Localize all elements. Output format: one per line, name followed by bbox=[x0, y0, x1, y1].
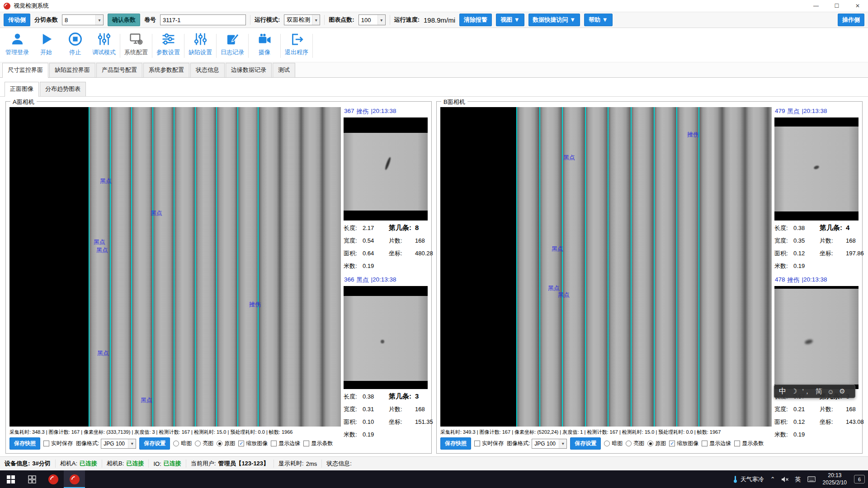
defect-mark bbox=[814, 165, 820, 170]
subtab-front-image[interactable]: 正面图像 bbox=[5, 82, 39, 97]
volume-muted-icon[interactable] bbox=[778, 470, 792, 488]
bright-image-radio[interactable]: 亮图 bbox=[195, 440, 213, 447]
image-format-select[interactable]: JPG 100 ▾ bbox=[101, 439, 136, 449]
start-button[interactable] bbox=[0, 470, 21, 488]
tab-size-monitor[interactable]: 尺寸监控界面 bbox=[2, 63, 48, 78]
param-settings-button[interactable]: 参数设置 bbox=[154, 30, 183, 62]
icon-label: 停止 bbox=[69, 48, 81, 56]
stat-label: 米数: bbox=[344, 431, 363, 439]
stat-value: 8 bbox=[415, 224, 433, 231]
roll-number-input[interactable] bbox=[160, 14, 246, 25]
close-button[interactable]: ✕ bbox=[847, 0, 868, 12]
tab-defect-monitor[interactable]: 缺陷监控界面 bbox=[49, 63, 95, 77]
chevron-down-icon: ▾ bbox=[312, 15, 320, 25]
operate-side-button[interactable]: 操作侧 bbox=[838, 14, 864, 26]
stat-value: 168 bbox=[846, 406, 864, 413]
ime-settings-gear-icon[interactable]: ⚙ bbox=[839, 387, 845, 395]
start-button[interactable]: 开始 bbox=[32, 30, 61, 62]
taskbar-app-button-active[interactable] bbox=[64, 470, 85, 488]
notification-center-button[interactable]: 6 bbox=[851, 470, 868, 488]
task-view-button[interactable] bbox=[21, 470, 42, 488]
run-mode-select[interactable]: 双面检测 ▾ bbox=[284, 14, 320, 25]
camera-b-defect-list: 479 黑点 |20:13:38 长度:0.38 第几条:4 宽度:0.35 片… bbox=[774, 107, 859, 450]
debug-mode-button[interactable]: 调试模式 bbox=[90, 30, 118, 62]
chart-points-select[interactable]: 100 ▾ bbox=[359, 14, 386, 25]
speaker-mute-icon bbox=[782, 476, 789, 483]
image-format-select[interactable]: JPG 100 ▾ bbox=[532, 439, 567, 449]
show-count-label: 显示条数 bbox=[311, 440, 333, 447]
show-edge-checkbox[interactable]: 显示边缘 bbox=[702, 440, 731, 447]
tab-system-param-config[interactable]: 系统参数配置 bbox=[143, 63, 189, 77]
data-shortcut-menu-button[interactable]: 数据快捷访问 ▼ bbox=[528, 14, 580, 26]
divider bbox=[312, 34, 313, 58]
maximize-button[interactable]: ☐ bbox=[826, 0, 847, 12]
save-snapshot-button[interactable]: 保存快照 bbox=[440, 437, 471, 450]
drive-side-button[interactable]: 传动侧 bbox=[4, 14, 30, 26]
touch-keyboard-button[interactable] bbox=[804, 470, 819, 488]
minimize-button[interactable]: — bbox=[806, 0, 826, 12]
realtime-save-checkbox[interactable]: 实时保存 bbox=[474, 440, 504, 447]
device-info-value: 3#分切 bbox=[32, 460, 50, 468]
log-record-button[interactable]: 日志记录 bbox=[218, 30, 247, 62]
tab-product-model-config[interactable]: 产品型号配置 bbox=[96, 63, 142, 77]
defect-card: 479 黑点 |20:13:38 长度:0.38 第几条:4 宽度:0.35 片… bbox=[774, 107, 859, 270]
defect-id: 479 bbox=[775, 108, 785, 116]
ime-punctuation-toggle[interactable]: ’， bbox=[802, 387, 810, 396]
ime-emoji-button[interactable]: ☺ bbox=[827, 388, 834, 395]
bright-image-radio[interactable]: 亮图 bbox=[626, 440, 644, 447]
defect-time: |20:13:38 bbox=[802, 276, 827, 284]
taskbar-app-button[interactable] bbox=[42, 470, 64, 488]
system-config-button[interactable]: 系统配置 bbox=[122, 30, 151, 62]
slit-count-value: 8 bbox=[62, 17, 95, 23]
save-snapshot-button[interactable]: 保存快照 bbox=[9, 437, 40, 450]
confirm-count-button[interactable]: 确认条数 bbox=[108, 14, 140, 26]
subtab-distribution-chart[interactable]: 分布趋势图表 bbox=[40, 82, 86, 96]
defect-settings-button[interactable]: 缺陷设置 bbox=[186, 30, 215, 62]
slit-count-select[interactable]: 8 ▾ bbox=[62, 14, 104, 25]
dark-image-radio[interactable]: 暗图 bbox=[604, 440, 623, 447]
tab-edge-data-record[interactable]: 边缘数据记录 bbox=[226, 63, 272, 77]
keyboard-icon bbox=[807, 476, 816, 482]
stop-button[interactable]: 停止 bbox=[61, 30, 90, 62]
realtime-save-checkbox[interactable]: 实时保存 bbox=[43, 440, 73, 447]
dark-image-radio[interactable]: 暗图 bbox=[173, 440, 192, 447]
defect-annotation: 挫伤 bbox=[687, 131, 699, 139]
exit-program-button[interactable]: 退出程序 bbox=[282, 30, 311, 62]
show-edge-checkbox[interactable]: 显示边缘 bbox=[271, 440, 300, 447]
save-settings-button[interactable]: 保存设置 bbox=[570, 437, 601, 450]
tab-status-info[interactable]: 状态信息 bbox=[190, 63, 225, 77]
checkbox-icon bbox=[734, 441, 740, 446]
hidden-icons-chevron[interactable]: ⌃ bbox=[767, 470, 778, 488]
defect-annotation: 黑点 bbox=[552, 245, 563, 253]
icon-label: 系统配置 bbox=[124, 48, 148, 56]
ime-simplified-toggle[interactable]: 简 bbox=[816, 387, 822, 396]
show-count-checkbox[interactable]: 显示条数 bbox=[303, 440, 333, 447]
ime-lang-toggle[interactable]: 中 bbox=[779, 387, 786, 396]
stat-value: 0.54 bbox=[363, 237, 389, 244]
stat-label: 第几条: bbox=[820, 224, 846, 232]
status-bar: 设备信息: 3#分切 相机A: 已连接 相机B: 已连接 IO: 已连接 当前用… bbox=[0, 456, 868, 470]
clock[interactable]: 20:13 2025/2/10 bbox=[819, 472, 851, 486]
tab-test[interactable]: 测试 bbox=[273, 63, 295, 77]
capture-button[interactable]: 摄像 bbox=[250, 30, 279, 62]
stat-value: 0.31 bbox=[363, 406, 389, 413]
stat-label: 宽度: bbox=[774, 237, 793, 245]
ime-fullwidth-toggle[interactable]: ☽ bbox=[791, 387, 797, 395]
run-mode-label: 运行模式: bbox=[255, 16, 280, 24]
help-menu-button[interactable]: 帮助 ▼ bbox=[584, 14, 612, 26]
ime-language-indicator[interactable]: 英 bbox=[792, 470, 804, 488]
zoom-image-checkbox[interactable]: 缩放图像 bbox=[238, 440, 268, 447]
chevron-down-icon: ▾ bbox=[559, 439, 566, 448]
zoom-image-checkbox[interactable]: 缩放图像 bbox=[669, 440, 698, 447]
divider bbox=[250, 15, 250, 25]
weather-status[interactable]: 天气寒冷 bbox=[729, 470, 767, 488]
original-image-radio[interactable]: 原图 bbox=[217, 440, 235, 447]
icon-toolbar: 管理登录 开始 停止 调试模式 系统配置 参数设置 缺陷设置 日志记录 摄像 退… bbox=[0, 28, 868, 62]
original-image-radio[interactable]: 原图 bbox=[647, 440, 666, 447]
save-settings-button[interactable]: 保存设置 bbox=[139, 437, 170, 450]
admin-login-button[interactable]: 管理登录 bbox=[3, 30, 32, 62]
stat-label: 片数: bbox=[820, 405, 846, 413]
clear-alarm-button[interactable]: 清除报警 bbox=[459, 14, 492, 26]
view-menu-button[interactable]: 视图 ▼ bbox=[496, 14, 524, 26]
show-count-checkbox[interactable]: 显示条数 bbox=[734, 440, 764, 447]
